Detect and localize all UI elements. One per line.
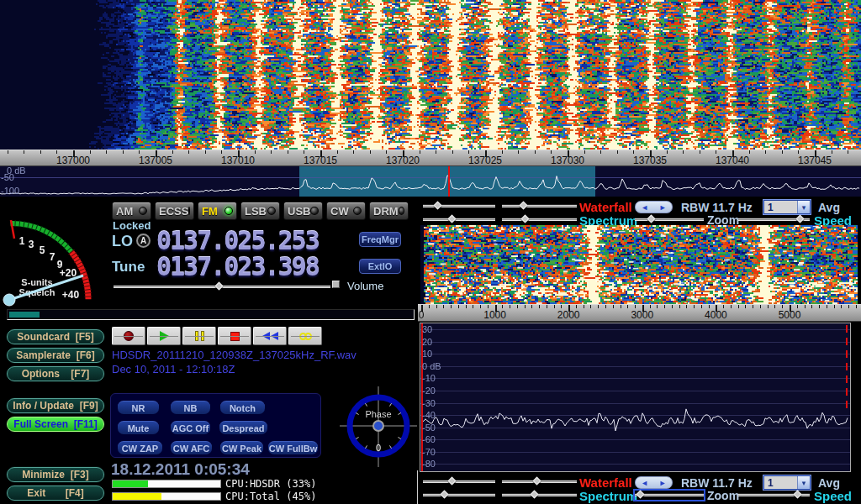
dsp-button-cw-zap[interactable]: CW ZAP xyxy=(118,441,162,454)
chevron-down-icon[interactable]: ▾ xyxy=(797,476,810,489)
zoom-slider-top-thumb[interactable] xyxy=(647,215,656,223)
scale-tick xyxy=(551,150,552,154)
speed-slider-top-thumb[interactable] xyxy=(796,215,805,223)
tune-frequency-display[interactable]: 0137.023.398 xyxy=(156,255,319,280)
scale-tick xyxy=(443,305,444,308)
waterfall-brightness-slider-top-thumb[interactable] xyxy=(434,202,442,210)
dsp-button-nr[interactable]: NR xyxy=(118,401,159,414)
volume-slider-thumb[interactable] xyxy=(215,282,224,291)
rbw-spinner-bottom[interactable]: ◄► xyxy=(635,476,673,489)
waterfall-contrast-slider-top-track[interactable] xyxy=(502,204,577,207)
sidebar-button-soundcard[interactable]: Soundcard [F5] xyxy=(7,329,104,344)
waterfall-brightness-slider-bottom-thumb[interactable] xyxy=(448,477,457,486)
mode-button-ecss[interactable]: ECSS xyxy=(155,202,194,220)
sidebar-button-full-screen[interactable]: Full Screen [F11] xyxy=(7,417,104,432)
spinner-left-arrow-icon[interactable]: ◄ xyxy=(641,479,648,487)
loop-button[interactable] xyxy=(288,327,322,345)
af-spectrum-display[interactable] xyxy=(420,323,851,472)
waterfall-brightness-slider-bottom[interactable] xyxy=(423,477,495,486)
scale-tick xyxy=(436,150,436,154)
speed-slider-top[interactable] xyxy=(738,215,810,224)
spectrum-brightness-slider-bottom-thumb[interactable] xyxy=(441,491,449,499)
speed-slider-bottom[interactable] xyxy=(738,491,810,500)
spinner-left-arrow-icon[interactable]: ◄ xyxy=(641,203,648,212)
mode-button-lsb[interactable]: LSB xyxy=(240,202,280,220)
sidebar-button-samplerate[interactable]: Samplerate [F6] xyxy=(7,348,104,363)
zoom-slider-bottom[interactable] xyxy=(635,491,704,500)
waterfall-contrast-slider-top[interactable] xyxy=(502,202,577,211)
spectrum-brightness-slider-top-track[interactable] xyxy=(423,218,495,221)
scale-tick xyxy=(760,305,761,308)
play-button[interactable] xyxy=(147,327,181,345)
spectrum-brightness-slider-bottom-track[interactable] xyxy=(423,493,495,496)
spectrum-contrast-slider-bottom-thumb[interactable] xyxy=(531,491,539,499)
dsp-button-cw-peak[interactable]: CW Peak xyxy=(220,441,263,454)
s-meter-label-40: +40 xyxy=(62,289,80,301)
panel-splitter[interactable] xyxy=(417,470,418,504)
scale-tick xyxy=(797,305,798,308)
record-button[interactable] xyxy=(112,327,145,345)
spectrum-brightness-slider-top[interactable] xyxy=(423,215,495,224)
zoom-slider-bottom-thumb[interactable] xyxy=(637,491,645,499)
chevron-down-icon[interactable]: ▾ xyxy=(797,201,810,213)
zoom-slider-bottom-track[interactable] xyxy=(635,493,704,496)
dsp-button-mute[interactable]: Mute xyxy=(118,421,159,434)
af-waterfall-display[interactable] xyxy=(420,225,858,304)
avg-dropdown-bottom[interactable]: 1▾ xyxy=(763,475,811,490)
waterfall-brightness-slider-bottom-track[interactable] xyxy=(423,480,495,483)
dsp-button-nb[interactable]: NB xyxy=(171,401,210,414)
zoom-slider-top[interactable] xyxy=(635,215,704,224)
sidebar-button-options[interactable]: Options [F7] xyxy=(7,366,104,381)
sidebar-button-minimize[interactable]: Minimize [F3] xyxy=(7,467,104,482)
rf-waterfall-display[interactable] xyxy=(0,0,861,150)
s-meter-label-3: 3 xyxy=(29,239,34,250)
mode-button-am[interactable]: AM xyxy=(112,202,151,220)
zoom-slider-top-track[interactable] xyxy=(635,218,704,221)
lo-auto-badge[interactable]: A xyxy=(136,234,151,248)
squelch-level-bar[interactable] xyxy=(7,309,415,320)
lo-frequency-display[interactable]: 0137.025.253 xyxy=(156,228,319,254)
dsp-button-cw-fullbw[interactable]: CW FullBw xyxy=(268,441,318,454)
stop-button[interactable] xyxy=(218,327,251,345)
spectrum-contrast-slider-bottom[interactable] xyxy=(502,491,577,500)
mode-button-usb[interactable]: USB xyxy=(283,202,323,220)
spinner-right-arrow-icon[interactable]: ► xyxy=(659,203,667,212)
dsp-button-agc-off[interactable]: AGC Off xyxy=(171,421,210,434)
spectrum-contrast-slider-top-thumb[interactable] xyxy=(521,215,530,223)
waterfall-contrast-slider-bottom[interactable] xyxy=(502,477,577,486)
rewind-button[interactable] xyxy=(253,327,287,345)
spectrum-brightness-slider-bottom[interactable] xyxy=(423,491,495,500)
spinner-right-arrow-icon[interactable]: ► xyxy=(659,479,667,487)
volume-slider[interactable] xyxy=(114,282,330,291)
af-scale-label: 2000 xyxy=(557,309,580,321)
pause-button[interactable] xyxy=(182,327,216,345)
waterfall-brightness-slider-top[interactable] xyxy=(423,202,495,211)
sidebar-button-exit[interactable]: Exit [F4] xyxy=(7,486,104,501)
waterfall-contrast-slider-bottom-thumb[interactable] xyxy=(533,477,541,486)
scale-tick xyxy=(139,150,140,154)
scale-tick xyxy=(271,150,272,154)
af-frequency-scale[interactable]: 010002000300040005000 xyxy=(418,304,861,322)
mode-button-cw[interactable]: CW xyxy=(326,202,366,220)
rbw-spinner-top[interactable]: ◄► xyxy=(635,201,673,213)
spectrum-contrast-slider-top-track[interactable] xyxy=(502,218,577,221)
scale-tick xyxy=(535,150,536,154)
extio-button[interactable]: ExtIO xyxy=(359,259,401,274)
avg-dropdown-top[interactable]: 1▾ xyxy=(763,200,811,214)
rf-frequency-scale[interactable]: 1370001370051370101370151370201370251370… xyxy=(0,150,861,166)
dsp-button-notch[interactable]: Notch xyxy=(220,401,265,414)
speed-slider-bottom-thumb[interactable] xyxy=(794,491,802,499)
scale-tick xyxy=(774,305,775,308)
spectrum-brightness-slider-top-thumb[interactable] xyxy=(448,215,457,223)
dsp-button-despread[interactable]: Despread xyxy=(219,421,267,434)
mode-button-drm[interactable]: DRM xyxy=(369,202,409,220)
sidebar-button-info-update[interactable]: Info / Update [F9] xyxy=(7,398,104,413)
mode-button-fm[interactable]: FM xyxy=(198,202,237,220)
spectrum-contrast-slider-top[interactable] xyxy=(502,215,577,224)
spectrum-contrast-slider-bottom-track[interactable] xyxy=(502,493,577,496)
waterfall-contrast-slider-top-thumb[interactable] xyxy=(520,202,528,210)
dsp-button-cw-afc[interactable]: CW AFC xyxy=(171,441,212,454)
rf-spectrum-display[interactable] xyxy=(0,166,861,197)
scale-tick xyxy=(753,305,753,308)
freqmgr-button[interactable]: FreqMgr xyxy=(359,232,401,247)
